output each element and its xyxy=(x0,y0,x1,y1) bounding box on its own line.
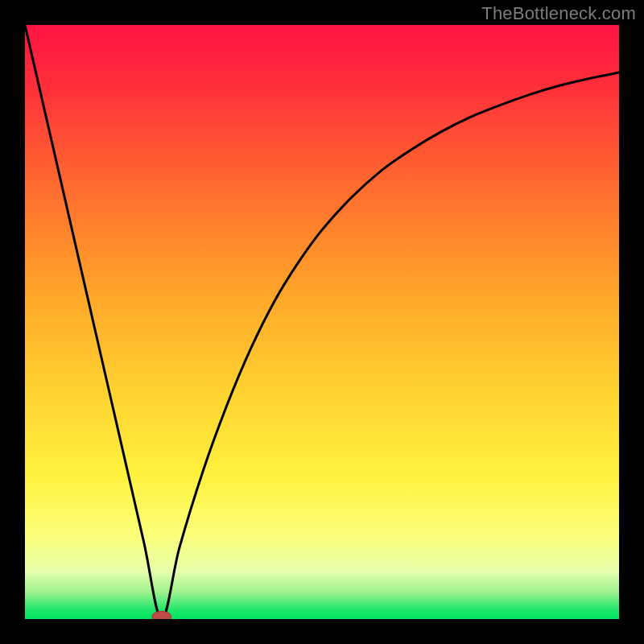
plot-area xyxy=(25,25,619,619)
minimum-marker xyxy=(152,611,171,619)
gradient-background xyxy=(25,25,619,619)
chart-frame: TheBottleneck.com xyxy=(0,0,644,644)
watermark-text: TheBottleneck.com xyxy=(481,3,636,24)
